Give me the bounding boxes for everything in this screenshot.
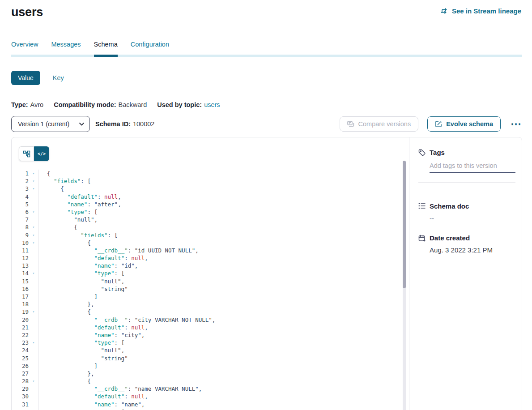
line-number: 7 [12,216,29,223]
code-line: 8▾ { [12,223,409,231]
code-line: 18 }, [12,300,409,308]
tags-section: Tags [418,149,514,183]
compatibility-group: Compatibility mode:Backward [54,101,147,108]
tree-view-button[interactable] [19,146,34,161]
editor-scrollbar-thumb[interactable] [403,161,406,288]
chevron-down-icon [79,123,84,126]
schema-meta: Type:Avro Compatibility mode:Backward Us… [11,101,532,108]
version-bar: Version 1 (current) Schema ID:100002 Com… [11,116,522,132]
tab-bar: Overview Messages Schema Configuration [11,41,522,57]
code-line: 30 "default": null, [12,393,409,400]
compare-versions-icon [347,121,354,128]
value-key-toggle: Value Key [11,71,532,85]
code-line: 10▾ { [12,239,409,247]
key-toggle-button[interactable]: Key [53,74,64,81]
version-select[interactable]: Version 1 (current) [11,116,90,132]
date-created-section: Date created Aug. 3 2022 3:21 PM [418,234,514,254]
tab-overview[interactable]: Overview [11,41,38,55]
code-line: 2▾ "fields": [ [12,177,409,185]
line-number: 24 [12,346,29,354]
code-line: 25 "string" [12,354,409,362]
used-by-topic-label: Used by topic: [157,101,202,108]
fold-toggle-icon[interactable]: ▾ [29,185,38,192]
sidebar-divider [418,182,515,183]
tags-heading: Tags [430,149,515,156]
code-line: 16 "string" [12,285,409,293]
line-number: 8 [12,223,29,231]
value-toggle-button[interactable]: Value [11,71,40,85]
compare-versions-label: Compare versions [358,120,411,128]
line-number: 32 [12,408,29,410]
line-number: 9 [12,231,29,239]
code-line: 31 "name": "name", [12,401,409,408]
code-line: 21 "default": null, [12,324,409,331]
editor-view-toggle: </> [19,146,49,161]
fold-toggle-icon[interactable]: ▾ [29,208,38,216]
code-view-icon: </> [38,151,46,156]
code-line: 7 "null", [12,216,409,223]
evolve-schema-button[interactable]: Evolve schema [427,116,501,132]
line-number: 10 [12,239,29,247]
tab-messages[interactable]: Messages [51,41,81,55]
used-by-topic-link[interactable]: users [204,101,220,108]
code-line: 5 "name": "after", [12,201,409,208]
code-view-button[interactable]: </> [34,146,49,161]
schema-page: users See in Stream lineage Overview Mes… [0,0,532,410]
fold-toggle-icon[interactable]: ▾ [29,177,38,185]
line-number: 19 [12,308,29,316]
fold-toggle-icon[interactable]: ▾ [29,269,38,277]
fold-toggle-icon[interactable]: ▾ [29,408,38,410]
line-number: 30 [12,393,29,400]
code-line: 4 "default": null, [12,193,409,201]
schema-doc-icon [418,203,426,209]
code-line: 28▾ { [12,377,409,385]
page-header: users See in Stream lineage [0,0,532,19]
code-line: 29 "__crdb__": "name VARCHAR NULL", [12,385,409,393]
code-line: 32▾ "type": [ [12,408,409,410]
line-number: 21 [12,324,29,331]
fold-toggle-icon[interactable]: ▾ [29,377,38,385]
fold-toggle-icon[interactable]: ▾ [29,231,38,239]
evolve-schema-icon [435,120,442,128]
line-number: 1 [12,170,29,177]
code-line: 17 ] [12,293,409,300]
code-line: 11 "__crdb__": "id UUID NOT NULL", [12,247,409,254]
line-number: 23 [12,339,29,346]
date-created-heading: Date created [430,234,514,242]
schema-id: Schema ID:100002 [95,120,154,128]
fold-toggle-icon[interactable]: ▾ [29,308,38,316]
calendar-icon [418,235,426,242]
line-number: 17 [12,293,29,300]
fold-toggle-icon[interactable]: ▾ [29,170,38,177]
stream-lineage-link[interactable]: See in Stream lineage [440,7,521,15]
line-number: 13 [12,262,29,269]
schema-id-value: 100002 [133,120,154,128]
code-line: 20 "__crdb__": "city VARCHAR NOT NULL", [12,316,409,324]
editor-scrollbar-track[interactable] [403,161,406,410]
schema-actions: Compare versions Evolve schema ⋯ [340,116,522,132]
more-options-button[interactable]: ⋯ [510,122,522,126]
compatibility-label: Compatibility mode: [54,101,116,108]
compare-versions-button[interactable]: Compare versions [340,116,419,132]
line-number: 25 [12,354,29,362]
tags-input[interactable] [430,162,515,173]
type-value: Avro [30,101,44,108]
tab-configuration[interactable]: Configuration [131,41,169,55]
schema-sidebar: Tags Schema doc -- Date created [409,137,522,410]
line-number: 31 [12,401,29,408]
fold-toggle-icon[interactable]: ▾ [29,239,38,247]
version-select-value: Version 1 (current) [18,120,69,128]
line-number: 3 [12,185,29,192]
code-line: 23▾ "type": [ [12,339,409,346]
line-number: 28 [12,377,29,385]
line-number: 14 [12,269,29,277]
fold-toggle-icon[interactable]: ▾ [29,339,38,346]
type-group: Type:Avro [11,101,43,108]
schema-panel: </> 1▾ {2▾ "fields": [3▾ {4 "default": n… [11,137,522,410]
fold-toggle-icon[interactable]: ▾ [29,223,38,231]
stream-lineage-icon [440,8,448,15]
line-number: 20 [12,316,29,324]
schema-doc-value: -- [430,214,514,222]
line-number: 27 [12,370,29,377]
tab-schema[interactable]: Schema [94,41,118,55]
